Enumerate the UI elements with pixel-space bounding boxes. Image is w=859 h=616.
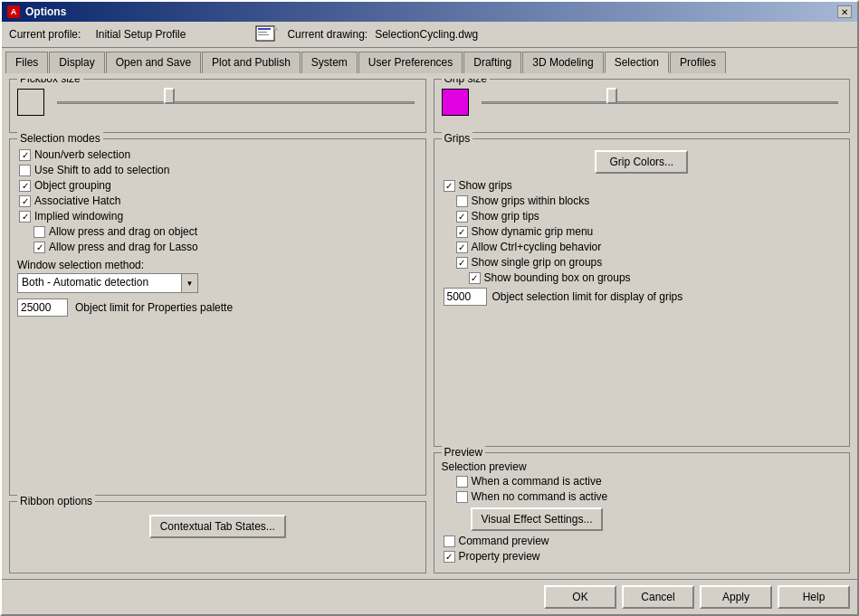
pickbox-slider-thumb[interactable] — [164, 88, 175, 104]
grips-object-limit-input[interactable] — [444, 288, 487, 306]
dropdown-arrow-icon[interactable]: ▼ — [182, 273, 198, 293]
cb-allow-ctrl-cycling[interactable]: Allow Ctrl+cycling behavior — [442, 241, 843, 253]
allow-ctrl-cycling-checkbox[interactable] — [456, 242, 468, 253]
tabs-bar: Files Display Open and Save Plot and Pub… — [2, 48, 857, 73]
object-limit-label: Object limit for Properties palette — [75, 301, 233, 314]
current-profile-value: Initial Setup Profile — [95, 28, 186, 41]
show-grips-label: Show grips — [459, 179, 512, 192]
cb-object-grouping[interactable]: Object grouping — [17, 179, 418, 192]
cb-when-no-cmd[interactable]: When no command is active — [442, 490, 843, 503]
svg-marker-4 — [274, 26, 278, 30]
cb-command-preview[interactable]: Command preview — [442, 535, 843, 547]
command-preview-checkbox[interactable] — [444, 535, 455, 547]
noun-verb-label: Noun/verb selection — [34, 148, 130, 161]
cb-when-cmd-active[interactable]: When a command is active — [442, 475, 843, 488]
grips-group: Grips Grip Colors... Show grips Show gri… — [434, 138, 851, 447]
grip-content — [442, 89, 843, 116]
ok-button[interactable]: OK — [544, 585, 616, 609]
cb-show-single-grip[interactable]: Show single grip on groups — [442, 256, 843, 269]
cb-show-grip-tips[interactable]: Show grip tips — [442, 210, 843, 223]
show-single-grip-label: Show single grip on groups — [472, 256, 603, 269]
implied-window-checkbox[interactable] — [19, 211, 31, 223]
cb-press-drag-obj[interactable]: Allow press and drag on object — [17, 225, 418, 238]
object-limit-input[interactable] — [17, 299, 68, 317]
tab-open-save[interactable]: Open and Save — [106, 52, 201, 73]
pickbox-size-title: Pickbox size — [17, 79, 83, 85]
allow-ctrl-cycling-label: Allow Ctrl+cycling behavior — [472, 241, 602, 253]
tab-3d-modeling[interactable]: 3D Modeling — [522, 52, 603, 73]
shift-add-checkbox[interactable] — [19, 165, 31, 176]
tab-files[interactable]: Files — [5, 52, 48, 73]
tab-display[interactable]: Display — [49, 52, 104, 73]
tab-selection[interactable]: Selection — [605, 52, 669, 73]
grips-title: Grips — [442, 132, 473, 145]
object-grouping-checkbox[interactable] — [19, 180, 31, 192]
press-drag-obj-checkbox[interactable] — [33, 226, 45, 238]
show-bounding-box-checkbox[interactable] — [469, 272, 481, 284]
close-button[interactable]: ✕ — [837, 5, 852, 18]
profile-bar: Current profile: Initial Setup Profile C… — [2, 22, 857, 48]
right-panel: Grip size Grips Grip Colors... — [434, 79, 851, 573]
show-grips-checkbox[interactable] — [444, 180, 455, 192]
property-preview-checkbox[interactable] — [444, 551, 455, 563]
press-drag-obj-label: Allow press and drag on object — [49, 225, 197, 238]
tab-drafting[interactable]: Drafting — [463, 52, 521, 73]
show-dynamic-grip-checkbox[interactable] — [456, 226, 468, 238]
cb-show-grips-blocks[interactable]: Show grips within blocks — [442, 194, 843, 207]
cb-show-grips[interactable]: Show grips — [442, 179, 843, 192]
show-single-grip-checkbox[interactable] — [456, 257, 468, 269]
press-drag-lasso-label: Allow press and drag for Lasso — [49, 241, 198, 253]
ribbon-options-title: Ribbon options — [17, 495, 95, 507]
window-method-label: Window selection method: — [17, 259, 418, 271]
options-window: A Options ✕ Current profile: Initial Set… — [0, 0, 859, 616]
show-bounding-box-label: Show bounding box on groups — [484, 271, 631, 284]
current-drawing-value: SelectionCycling.dwg — [375, 28, 478, 41]
contextual-tab-states-button[interactable]: Contextual Tab States... — [149, 515, 286, 538]
help-button[interactable]: Help — [778, 585, 850, 609]
selection-preview-label: Selection preview — [442, 460, 843, 473]
selection-modes-title: Selection modes — [17, 132, 103, 145]
cb-property-preview[interactable]: Property preview — [442, 550, 843, 563]
grip-colors-row: Grip Colors... — [442, 150, 843, 174]
show-grip-tips-label: Show grip tips — [472, 210, 539, 223]
title-bar: A Options ✕ — [2, 2, 857, 22]
cancel-button[interactable]: Cancel — [622, 585, 694, 609]
show-grips-blocks-checkbox[interactable] — [456, 195, 468, 207]
cb-show-bounding-box[interactable]: Show bounding box on groups — [442, 271, 843, 284]
tab-user-prefs[interactable]: User Preferences — [358, 52, 463, 73]
svg-rect-2 — [258, 32, 267, 33]
grip-colors-button[interactable]: Grip Colors... — [595, 150, 688, 174]
left-panel: Pickbox size Selection modes — [9, 79, 426, 573]
cb-implied-window[interactable]: Implied windowing — [17, 210, 418, 223]
grip-size-slider-thumb[interactable] — [606, 88, 617, 104]
app-icon: A — [7, 5, 20, 18]
tab-plot-publish[interactable]: Plot and Publish — [202, 52, 301, 73]
cb-shift-add[interactable]: Use Shift to add to selection — [17, 164, 418, 176]
press-drag-lasso-checkbox[interactable] — [33, 242, 45, 253]
title-bar-left: A Options — [7, 5, 66, 18]
grip-size-group: Grip size — [434, 79, 851, 133]
shift-add-label: Use Shift to add to selection — [34, 164, 169, 176]
show-grip-tips-checkbox[interactable] — [456, 211, 468, 223]
apply-button[interactable]: Apply — [700, 585, 772, 609]
cb-assoc-hatch[interactable]: Associative Hatch — [17, 194, 418, 207]
cb-show-dynamic-grip[interactable]: Show dynamic grip menu — [442, 225, 843, 238]
grips-object-limit-label: Object selection limit for display of gr… — [492, 290, 683, 303]
selection-modes-group: Selection modes Noun/verb selection Use … — [9, 138, 426, 496]
assoc-hatch-checkbox[interactable] — [19, 195, 31, 207]
when-cmd-active-checkbox[interactable] — [456, 476, 468, 488]
svg-rect-3 — [258, 34, 269, 35]
tab-system[interactable]: System — [301, 52, 358, 73]
drawing-icon — [254, 25, 280, 43]
window-method-dropdown[interactable]: Both - Automatic detection ▼ — [17, 273, 198, 293]
cb-press-drag-lasso[interactable]: Allow press and drag for Lasso — [17, 241, 418, 253]
tab-profiles[interactable]: Profiles — [670, 52, 726, 73]
when-no-cmd-checkbox[interactable] — [456, 491, 468, 503]
pickbox-size-group: Pickbox size — [9, 79, 426, 133]
noun-verb-checkbox[interactable] — [19, 149, 31, 161]
preview-group: Preview Selection preview When a command… — [434, 452, 851, 573]
visual-effect-settings-button[interactable]: Visual Effect Settings... — [471, 507, 604, 531]
window-method-value[interactable]: Both - Automatic detection — [17, 273, 182, 293]
when-cmd-active-label: When a command is active — [472, 475, 602, 488]
cb-noun-verb[interactable]: Noun/verb selection — [17, 148, 418, 161]
